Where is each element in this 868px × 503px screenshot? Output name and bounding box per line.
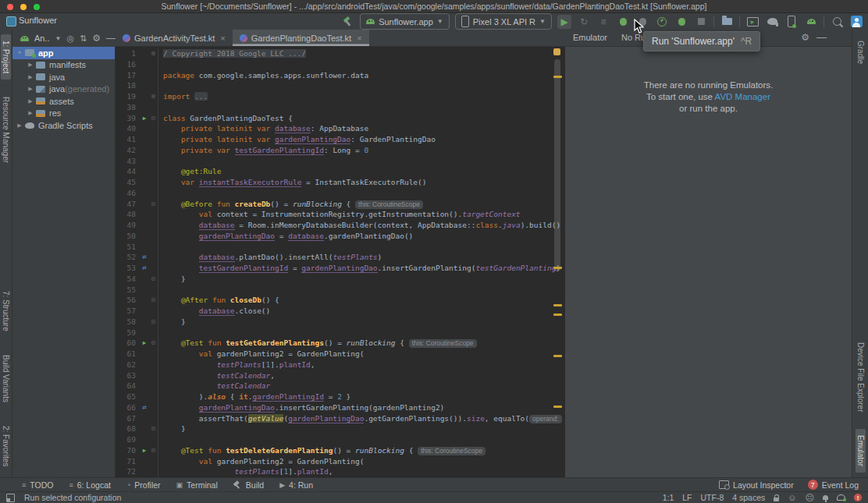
code-line[interactable]: 40 private lateinit var database: AppDat… bbox=[116, 123, 551, 134]
apply-code-changes-button[interactable]: ≡ bbox=[596, 15, 610, 29]
code-line[interactable]: 38 bbox=[116, 102, 551, 113]
project-tree-item[interactable]: ▶manifests bbox=[12, 59, 115, 72]
tool-window-bar-button-6-logcat[interactable]: ≡6: Logcat bbox=[69, 480, 110, 490]
suspend-call-icon[interactable]: ⇄ bbox=[140, 402, 149, 413]
avd-manager-link[interactable]: AVD Manager bbox=[715, 92, 770, 101]
code-line[interactable]: 17package com.google.samples.apps.sunflo… bbox=[116, 70, 551, 81]
code-line[interactable]: 70▶⊟ @Test fun testDeleteGardenPlanting(… bbox=[116, 445, 551, 456]
code-line[interactable]: 59 bbox=[116, 328, 551, 338]
tool-window-button[interactable]: Emulator bbox=[856, 429, 866, 473]
code-line[interactable]: 56⊟ @After fun closeDb() { bbox=[116, 295, 551, 306]
code-line[interactable]: 55 bbox=[116, 285, 551, 296]
fold-marker[interactable]: ⊟ bbox=[149, 445, 158, 456]
scrollbar-thumb[interactable] bbox=[554, 59, 560, 271]
tool-window-toggle-icon[interactable] bbox=[6, 494, 15, 502]
line-separator[interactable]: LF bbox=[682, 493, 692, 502]
editor-tab[interactable]: GardenActivityTest.kt× bbox=[116, 30, 233, 46]
code-line[interactable]: 54⊟ } bbox=[116, 274, 551, 285]
ide-error-indicator[interactable]: ! bbox=[854, 494, 862, 501]
fold-marker[interactable]: ⊟ bbox=[149, 338, 158, 349]
collapse-arrow-icon[interactable]: ▼ bbox=[16, 50, 23, 55]
profile-low-overhead-button[interactable] bbox=[674, 15, 688, 29]
tool-window-bar-button-profiler[interactable]: ◔Profiler bbox=[126, 480, 161, 490]
smiley-icon[interactable]: ☺ bbox=[788, 494, 796, 502]
notification-lamp-icon[interactable] bbox=[823, 495, 828, 500]
tool-window-button[interactable]: 1: Project bbox=[1, 34, 11, 80]
code-line[interactable]: 65 ).also { it.gardenPlantingId = 2 } bbox=[116, 391, 551, 402]
android-status-icon[interactable] bbox=[837, 494, 845, 501]
code-line[interactable]: 62 testPlants[1].plantId, bbox=[116, 360, 551, 370]
code-line[interactable]: 18 bbox=[116, 80, 551, 91]
file-encoding[interactable]: UTF-8 bbox=[701, 493, 724, 502]
code-line[interactable]: 41 private lateinit var gardenPlantingDa… bbox=[116, 134, 551, 145]
expand-arrow-icon[interactable]: ▶ bbox=[27, 74, 34, 80]
expand-arrow-icon[interactable]: ▶ bbox=[27, 62, 34, 68]
run-configuration-select[interactable]: Sunflower.app ▼ bbox=[360, 13, 450, 30]
code-line[interactable]: 47⊟ @Before fun createDb() = runBlocking… bbox=[116, 199, 551, 210]
code-line[interactable]: 39▶⊟class GardenPlantingDaoTest { bbox=[116, 113, 551, 124]
tool-window-button[interactable]: Device File Explorer bbox=[856, 336, 866, 418]
project-tree-item[interactable]: ▶assets bbox=[12, 95, 115, 108]
search-everywhere-button[interactable] bbox=[830, 15, 844, 29]
expand-arrow-icon[interactable]: ▶ bbox=[27, 98, 34, 104]
code-line[interactable]: 48 val context = InstrumentationRegistry… bbox=[116, 209, 551, 220]
project-tree-item[interactable]: ▶java (generated) bbox=[12, 83, 115, 96]
code-editor[interactable]: 1⊞/ Copyright 2018 Google LLC .../1617pa… bbox=[116, 47, 565, 477]
tool-window-button[interactable]: Resource Manager bbox=[1, 90, 11, 169]
run-test-icon[interactable]: ▶ bbox=[140, 338, 149, 349]
code-line[interactable]: 53⇄ testGardenPlantingId = gardenPlantin… bbox=[116, 263, 551, 274]
fold-marker[interactable]: ⊟ bbox=[149, 317, 158, 328]
code-line[interactable]: 50 gardenPlantingDao = database.gardenPl… bbox=[116, 231, 551, 242]
tool-window-bar-button-build[interactable]: Build bbox=[233, 480, 264, 490]
hide-panel-icon[interactable]: — bbox=[816, 31, 827, 43]
code-line[interactable]: 66⇄ gardenPlantingDao.insertGardenPlanti… bbox=[116, 402, 551, 413]
suspend-call-icon[interactable]: ⇄ bbox=[140, 252, 149, 263]
collapse-all-icon[interactable]: ⇅ bbox=[80, 34, 87, 43]
layout-inspector-button[interactable]: Layout Inspector bbox=[719, 480, 794, 490]
code-line[interactable]: 1⊞/ Copyright 2018 Google LLC .../ bbox=[116, 48, 551, 59]
editor-tab[interactable]: GardenPlantingDaoTest.kt× bbox=[233, 30, 369, 46]
indent-setting[interactable]: 4 spaces bbox=[732, 493, 765, 502]
project-tree-item[interactable]: ▶Gradle Scripts bbox=[12, 119, 115, 132]
apply-changes-button[interactable]: ↻ bbox=[577, 15, 591, 29]
device-manager-button[interactable] bbox=[784, 15, 799, 29]
expand-arrow-icon[interactable]: ▶ bbox=[27, 110, 34, 116]
code-line[interactable]: 64 testCalendar bbox=[116, 381, 551, 391]
code-line[interactable]: 42 private var testGardenPlantingId: Lon… bbox=[116, 145, 551, 156]
tool-window-button[interactable]: 7: Structure bbox=[1, 285, 11, 338]
tool-window-button[interactable]: 2: Favorites bbox=[1, 420, 11, 473]
fold-marker[interactable]: ⊟ bbox=[149, 423, 158, 434]
gear-icon[interactable]: ⚙ bbox=[92, 34, 101, 43]
fold-marker[interactable]: ⊟ bbox=[149, 113, 158, 124]
expand-arrow-icon[interactable]: ▶ bbox=[27, 86, 34, 92]
caret-position[interactable]: 1:1 bbox=[663, 493, 674, 502]
tool-window-button[interactable]: Gradle bbox=[856, 34, 866, 70]
tool-window-bar-button-terminal[interactable]: ▣Terminal bbox=[176, 480, 218, 490]
fold-marker[interactable]: ⊟ bbox=[149, 199, 158, 210]
code-line[interactable]: 51 bbox=[116, 242, 551, 253]
fold-marker[interactable]: ⊟ bbox=[149, 295, 158, 306]
device-file-explorer-button[interactable] bbox=[720, 15, 734, 29]
gear-icon[interactable]: ⚙ bbox=[801, 32, 809, 43]
code-line[interactable]: 16 bbox=[116, 59, 551, 70]
make-project-button[interactable] bbox=[340, 15, 354, 29]
code-line[interactable]: 63 testCalendar, bbox=[116, 370, 551, 381]
code-line[interactable]: 46 bbox=[116, 188, 551, 199]
expand-arrow-icon[interactable]: ▶ bbox=[16, 122, 23, 129]
event-log-button[interactable]: 7 Event Log bbox=[808, 480, 859, 490]
code-line[interactable]: 69 bbox=[116, 434, 551, 445]
chevron-down-icon[interactable]: ▼ bbox=[55, 35, 61, 42]
lock-icon[interactable] bbox=[774, 498, 779, 501]
code-line[interactable]: 72 testPlants[1].plantId, bbox=[116, 466, 551, 477]
fold-marker[interactable]: ⊞ bbox=[149, 48, 158, 59]
tool-window-button[interactable]: Build Variants bbox=[1, 349, 11, 409]
code-line[interactable]: 67 assertThat(getValue(gardenPlantingDao… bbox=[116, 413, 551, 424]
fold-marker[interactable]: ⊞ bbox=[149, 91, 158, 102]
suspend-call-icon[interactable]: ⇄ bbox=[140, 263, 149, 274]
code-line[interactable]: 60▶⊟ @Test fun testGetGardenPlantings() … bbox=[116, 338, 551, 349]
tool-window-bar-button-todo[interactable]: ≡TODO bbox=[22, 480, 53, 490]
close-tab-icon[interactable]: × bbox=[220, 34, 225, 43]
inspection-status-square[interactable] bbox=[553, 48, 560, 55]
code-line[interactable]: 45 var instantTaskExecutorRule = Instant… bbox=[116, 177, 551, 188]
run-test-icon[interactable]: ▶ bbox=[140, 113, 149, 124]
